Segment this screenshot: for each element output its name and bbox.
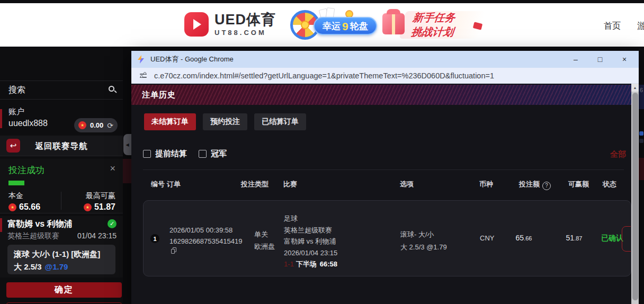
- maximize-button[interactable]: □: [588, 51, 612, 68]
- checkbox-cashout[interactable]: [143, 150, 151, 158]
- slip-odds: @1.79: [45, 262, 68, 271]
- tab-scheduled[interactable]: 预约投注: [203, 113, 247, 130]
- address-bar[interactable]: c.e70cz.com/index.html#/settled?getUrlLa…: [131, 68, 639, 84]
- lucky-wheel-label: 幸运 9 轮盘: [314, 17, 377, 35]
- window-titlebar[interactable]: UED体育 - Google Chrome – □ ×: [131, 51, 639, 68]
- logo-brand: UED体育: [214, 12, 276, 27]
- slip-pick-text: 大 2.5/3: [14, 262, 42, 271]
- check-circle-icon: ✓: [108, 219, 117, 228]
- sidebar-collapse-handle[interactable]: ◀: [123, 134, 131, 155]
- selection-market: 滚球- 大/小: [400, 228, 447, 241]
- match-time: 2026/01/04 23:15: [284, 247, 337, 259]
- row-index-badge: 1: [150, 234, 159, 243]
- order-tabs: 未结算订单 预约投注 已结算订单: [144, 113, 306, 130]
- chrome-popup-window: UED体育 - Google Chrome – □ × c.e70cz.com/…: [131, 51, 639, 304]
- cny-flag-icon: ★: [78, 121, 86, 129]
- page-scrollbar[interactable]: ▲: [631, 84, 639, 304]
- cashout-button-partial[interactable]: 提前结算: [622, 226, 631, 252]
- scroll-up-arrow[interactable]: ▲: [631, 84, 639, 92]
- checkbox-champion[interactable]: [199, 150, 207, 158]
- tab-settled[interactable]: 已结算订单: [254, 113, 306, 130]
- table-divider: [143, 169, 624, 170]
- col-header-type: 投注类型: [241, 180, 269, 189]
- slip-selection-box: 滚球 大/小 (1-1) [欧洲盘] 大 2.5/3@1.79: [7, 245, 115, 274]
- vertical-divider: [61, 192, 61, 210]
- back-nav-label: 返回联赛导航: [0, 141, 123, 152]
- col-header-no: 编号: [151, 180, 165, 189]
- window-controls: – □ ×: [564, 51, 637, 68]
- col-header-currency: 币种: [479, 180, 493, 189]
- help-icon[interactable]: ?: [542, 182, 551, 190]
- filter-champion-label: 冠军: [211, 149, 227, 159]
- match-league: 英格兰超级联赛: [284, 225, 337, 236]
- wheel-number: 9: [342, 21, 348, 32]
- max-win-amount: 51.87: [94, 202, 115, 212]
- col-header-match: 比赛: [283, 180, 297, 189]
- nav-games[interactable]: 游: [637, 21, 644, 32]
- tab-unsettled[interactable]: 未结算订单: [144, 113, 196, 130]
- nav-home[interactable]: 首页: [604, 21, 621, 32]
- bet-type-line2: 欧洲盘: [254, 240, 275, 253]
- col-header-status: 状态: [603, 180, 616, 189]
- stake-int: 65: [516, 234, 524, 242]
- win-int: 51: [566, 234, 575, 242]
- copy-icon[interactable]: [171, 247, 176, 254]
- order-id: 1629826687535415419: [169, 236, 242, 247]
- order-time: 2026/01/05 00:39:58: [169, 225, 242, 236]
- account-username: uuedlx888: [8, 119, 48, 128]
- balance-value: 0.00: [90, 121, 103, 129]
- selection-info: 滚球- 大/小 大 2.5/3 @1.79: [400, 228, 447, 254]
- filter-row: 提前结算 冠军: [143, 149, 238, 159]
- url-text[interactable]: c.e70cz.com/index.html#/settled?getUrlLa…: [154, 71, 494, 80]
- confirm-button[interactable]: 确定: [6, 282, 122, 298]
- col-header-selection: 选项: [400, 180, 414, 189]
- task-line-2: 挑战计划: [410, 25, 454, 39]
- match-teams: 富勒姆 vs 利物浦: [284, 236, 337, 247]
- sliver-gray-icon: [639, 139, 643, 143]
- status-confirmed: 已确认: [601, 234, 623, 243]
- col-header-winnable: 可赢额: [568, 180, 589, 189]
- collapse-arrow-icon: ◀: [126, 142, 129, 147]
- wheel-hub-icon: [301, 21, 309, 29]
- back-to-league-nav[interactable]: ↩ 返回联赛导航: [0, 136, 123, 156]
- page-title: 注单历史: [142, 90, 176, 100]
- site-header: UED体育 UT88.COM 幸运 9 轮盘 新手任务 挑战计划: [0, 3, 644, 47]
- minimize-button[interactable]: –: [564, 51, 588, 68]
- bet-success-title: 投注成功: [8, 164, 44, 176]
- task-line-1: 新手任务: [412, 11, 456, 25]
- balance-pill[interactable]: ★ 0.00 ⟳: [74, 118, 118, 132]
- task-banner-text: 新手任务 挑战计划: [410, 11, 456, 39]
- selection-pick: 大 2.5/3 @1.79: [400, 241, 447, 254]
- close-window-button[interactable]: ×: [612, 51, 637, 68]
- live-score: 1-1: [284, 260, 294, 268]
- order-info: 2026/01/05 00:39:58 1629826687535415419: [169, 225, 242, 247]
- stake-header-text: 投注额: [519, 180, 540, 188]
- newbie-task-banner[interactable]: 新手任务 挑战计划: [379, 8, 483, 42]
- site-logo[interactable]: UED体育 UT88.COM: [184, 12, 276, 37]
- cny-flag-icon: ★: [84, 203, 92, 211]
- site-settings-icon[interactable]: [138, 70, 149, 81]
- search-icon[interactable]: [109, 86, 114, 92]
- underlying-red-patch: [123, 159, 131, 183]
- lucky-wheel-banner[interactable]: 幸运 9 轮盘: [290, 9, 378, 41]
- winnable-value: 51.87: [556, 234, 593, 242]
- account-accent-bar: [0, 109, 2, 128]
- wheel-text-1: 幸运: [323, 20, 341, 32]
- stake-value: 65.66: [505, 234, 542, 242]
- refresh-icon[interactable]: ⟳: [107, 122, 113, 129]
- match-info: 足球 英格兰超级联赛 富勒姆 vs 利物浦 2026/01/04 23:15 1…: [284, 213, 337, 270]
- all-link[interactable]: 全部: [610, 149, 626, 159]
- max-win-value: ★ 51.87: [84, 202, 115, 212]
- close-icon[interactable]: ×: [110, 163, 115, 174]
- bet-history-page: 注单历史 未结算订单 预约投注 已结算订单 提前结算 冠军 全部 编号 订单 投…: [131, 84, 639, 304]
- search-bar[interactable]: 搜索: [0, 81, 123, 100]
- page-title-band: 注单历史: [131, 85, 631, 105]
- match-live-line: 1-1下半场66:58: [284, 258, 337, 270]
- max-win-label: 最高可赢: [86, 191, 115, 201]
- scrollbar-thumb[interactable]: [632, 93, 638, 300]
- slip-accent-bar: [0, 218, 2, 232]
- match-sport: 足球: [284, 213, 337, 225]
- lightning-favicon: [137, 55, 145, 64]
- betting-sidebar: 搜索 账户 uuedlx888 ★ 0.00 ⟳ ↩ 返回联赛导航 投注成功 ×…: [0, 48, 123, 304]
- logo-play-icon: [184, 12, 209, 37]
